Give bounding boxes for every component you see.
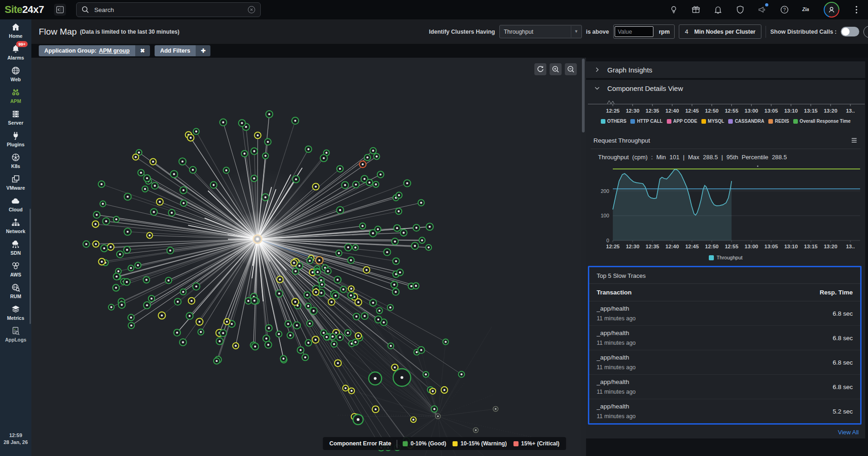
slow-trace-row[interactable]: _app/health11 minutes ago6.8 sec: [589, 301, 860, 326]
service-node[interactable]: [124, 279, 131, 286]
service-node[interactable]: [265, 324, 272, 331]
service-node[interactable]: [98, 181, 105, 187]
sidebar-item-aws[interactable]: AWS: [0, 258, 31, 280]
service-node[interactable]: [342, 385, 348, 391]
service-node[interactable]: [377, 308, 383, 314]
service-node[interactable]: [347, 257, 354, 264]
service-node[interactable]: [180, 339, 186, 346]
service-node[interactable]: [174, 298, 181, 305]
help-icon[interactable]: ?: [779, 5, 790, 15]
service-node[interactable]: [426, 223, 433, 230]
sidebar-item-vmware[interactable]: VMware: [0, 171, 31, 193]
service-node[interactable]: [114, 216, 120, 222]
service-node[interactable]: [92, 221, 99, 227]
bell-icon[interactable]: [713, 5, 723, 15]
service-node[interactable]: [144, 175, 150, 182]
service-node[interactable]: [150, 158, 156, 165]
service-node[interactable]: [196, 318, 203, 325]
service-node[interactable]: [193, 128, 199, 134]
component-legend-item[interactable]: OTHERS: [601, 119, 627, 124]
service-node[interactable]: [113, 273, 120, 280]
service-node[interactable]: [128, 322, 135, 329]
service-node[interactable]: [431, 406, 437, 412]
service-node[interactable]: [174, 329, 180, 336]
site24x7-logo[interactable]: Site24x7: [5, 4, 44, 16]
service-node[interactable]: [179, 158, 186, 165]
service-node[interactable]: [193, 283, 200, 290]
service-node[interactable]: [292, 117, 299, 124]
service-node[interactable]: [138, 169, 144, 176]
service-node[interactable]: [265, 342, 272, 348]
service-node[interactable]: [332, 292, 339, 299]
sidebar-item-web[interactable]: Web: [0, 63, 31, 84]
min-nodes-group[interactable]: 4 Min Nodes per Cluster: [679, 24, 761, 39]
service-node[interactable]: [276, 331, 282, 337]
service-node[interactable]: [128, 314, 134, 321]
service-node[interactable]: [304, 292, 311, 298]
component-legend-item[interactable]: CASSANDRA: [728, 119, 764, 124]
search-input[interactable]: [93, 6, 246, 14]
service-node[interactable]: [337, 166, 343, 172]
service-node[interactable]: [83, 241, 90, 247]
service-node[interactable]: [374, 154, 380, 160]
service-node[interactable]: [305, 340, 311, 346]
service-node[interactable]: [377, 171, 384, 178]
service-node[interactable]: [263, 153, 269, 159]
service-node[interactable]: [143, 276, 150, 283]
service-node[interactable]: [128, 265, 134, 271]
component-legend-item[interactable]: MYSQL: [701, 119, 724, 124]
service-node[interactable]: [180, 200, 187, 206]
service-node[interactable]: [307, 320, 313, 326]
collapse-panel-icon[interactable]: [54, 4, 66, 16]
show-distributed-toggle[interactable]: [841, 27, 859, 36]
user-avatar[interactable]: [824, 2, 839, 18]
service-node[interactable]: [186, 312, 193, 319]
slow-trace-row[interactable]: _app/health11 minutes ago6.8 sec: [589, 375, 860, 399]
sidebar-item-server[interactable]: Server: [0, 106, 31, 128]
chart-menu-icon[interactable]: [850, 137, 858, 144]
service-node[interactable]: [425, 245, 431, 251]
service-node[interactable]: [117, 251, 124, 258]
component-legend-item[interactable]: APP CODE: [667, 119, 697, 124]
service-node[interactable]: [400, 229, 407, 236]
service-node[interactable]: [305, 303, 311, 309]
service-node[interactable]: [396, 192, 402, 198]
service-node[interactable]: [418, 200, 425, 206]
remove-filter-icon[interactable]: ✖: [135, 45, 150, 56]
sidebar-item-apm[interactable]: APM: [0, 84, 31, 106]
service-node[interactable]: [441, 387, 448, 393]
service-node[interactable]: [348, 388, 354, 394]
service-node[interactable]: [223, 167, 229, 173]
component-legend-item[interactable]: HTTP CALL: [630, 119, 662, 124]
service-node[interactable]: [366, 179, 373, 186]
service-node[interactable]: [266, 111, 273, 118]
add-filter-plus-icon[interactable]: ✚: [196, 45, 210, 56]
service-node[interactable]: [353, 414, 363, 425]
service-node[interactable]: [142, 186, 148, 192]
service-node[interactable]: [102, 218, 109, 225]
shield-icon[interactable]: [735, 5, 745, 15]
service-node[interactable]: [280, 355, 287, 362]
service-node[interactable]: [331, 341, 337, 347]
service-node[interactable]: [320, 155, 328, 162]
service-node[interactable]: [113, 284, 119, 291]
service-node[interactable]: [345, 330, 351, 336]
service-node[interactable]: [397, 269, 403, 276]
service-node[interactable]: [241, 150, 248, 157]
megaphone-icon[interactable]: [757, 5, 767, 15]
service-node[interactable]: [214, 358, 220, 364]
service-node[interactable]: [132, 154, 138, 160]
service-node[interactable]: [124, 246, 131, 253]
bulb-icon[interactable]: [669, 5, 679, 15]
service-node[interactable]: [156, 198, 163, 205]
sidebar-scrollbar[interactable]: [30, 209, 31, 324]
sidebar-item-plugins[interactable]: Plugins: [0, 128, 31, 150]
service-node[interactable]: [251, 148, 258, 155]
sidebar-item-k8s[interactable]: K8s: [0, 150, 31, 171]
service-node[interactable]: [341, 182, 348, 189]
service-node[interactable]: [353, 339, 359, 345]
service-node[interactable]: [251, 343, 258, 350]
service-node[interactable]: [285, 321, 291, 327]
service-node[interactable]: [93, 241, 99, 247]
service-node[interactable]: [165, 277, 172, 284]
